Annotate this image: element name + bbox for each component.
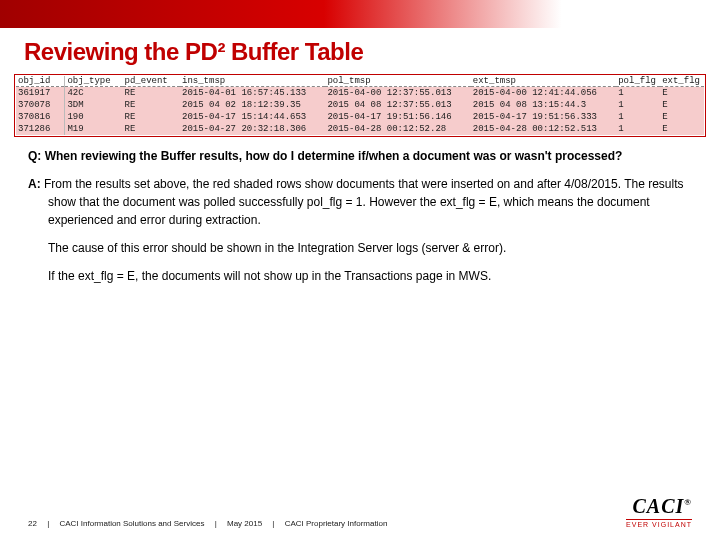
- sep-icon: |: [272, 519, 274, 528]
- cell-ext-flg: E: [660, 123, 704, 135]
- registered-icon: ®: [684, 497, 692, 507]
- q-text: When reviewing the Buffer results, how d…: [45, 149, 623, 163]
- cell-pol-flg: 1: [616, 87, 660, 100]
- cell-obj-id: 371286: [16, 123, 65, 135]
- footer-org: CACI Information Solutions and Services: [59, 519, 204, 528]
- cell-obj-id: 370078: [16, 99, 65, 111]
- footer-meta: 22 | CACI Information Solutions and Serv…: [28, 519, 387, 528]
- cell-obj-type: M19: [65, 123, 123, 135]
- sep-icon: |: [215, 519, 217, 528]
- cell-ext-tmsp: 2015 04 08 13:15:44.3: [471, 99, 616, 111]
- cell-pd-event: RE: [123, 87, 180, 100]
- company-logo: CACI® EVER VIGILANT: [626, 495, 692, 528]
- footer-proprietary: CACI Proprietary Information: [285, 519, 388, 528]
- footer: 22 | CACI Information Solutions and Serv…: [28, 495, 692, 528]
- col-ext-tmsp: ext_tmsp: [471, 76, 616, 87]
- col-pol-tmsp: pol_tmsp: [325, 76, 470, 87]
- page-title: Reviewing the PD² Buffer Table: [24, 38, 696, 66]
- col-obj-type: obj_type: [65, 76, 123, 87]
- cell-obj-id: 370816: [16, 111, 65, 123]
- cell-ext-tmsp: 2015-04-17 19:51:56.333: [471, 111, 616, 123]
- buffer-table-wrap: obj_id obj_type pd_event ins_tmsp pol_tm…: [14, 74, 706, 137]
- cell-pol-flg: 1: [616, 123, 660, 135]
- cell-pol-tmsp: 2015 04 08 12:37:55.013: [325, 99, 470, 111]
- question: Q: When reviewing the Buffer results, ho…: [28, 147, 692, 165]
- header-band: [0, 0, 720, 28]
- a-text-3: If the ext_flg = E, the documents will n…: [48, 267, 692, 285]
- answer: A: From the results set above, the red s…: [28, 175, 692, 285]
- qa-section: Q: When reviewing the Buffer results, ho…: [28, 147, 692, 285]
- cell-pol-tmsp: 2015-04-17 19:51:56.146: [325, 111, 470, 123]
- footer-date: May 2015: [227, 519, 262, 528]
- table-row: 370816 190 RE 2015-04-17 15:14:44.653 20…: [16, 111, 704, 123]
- col-obj-id: obj_id: [16, 76, 65, 87]
- a-text-1: From the results set above, the red shad…: [44, 177, 683, 227]
- col-pol-flg: pol_flg: [616, 76, 660, 87]
- buffer-table: obj_id obj_type pd_event ins_tmsp pol_tm…: [16, 76, 704, 135]
- table-row: 361917 42C RE 2015-04-01 16:57:45.133 20…: [16, 87, 704, 100]
- table-row: 370078 3DM RE 2015 04 02 18:12:39.35 201…: [16, 99, 704, 111]
- q-label: Q:: [28, 149, 41, 163]
- table-header-row: obj_id obj_type pd_event ins_tmsp pol_tm…: [16, 76, 704, 87]
- cell-ins-tmsp: 2015-04-27 20:32:18.306: [180, 123, 325, 135]
- cell-obj-type: 190: [65, 111, 123, 123]
- cell-obj-type: 42C: [65, 87, 123, 100]
- logo-tagline: EVER VIGILANT: [626, 519, 692, 528]
- col-ins-tmsp: ins_tmsp: [180, 76, 325, 87]
- cell-ext-flg: E: [660, 111, 704, 123]
- logo-brand: CACI®: [626, 495, 692, 518]
- cell-ins-tmsp: 2015-04-01 16:57:45.133: [180, 87, 325, 100]
- cell-pd-event: RE: [123, 99, 180, 111]
- cell-pd-event: RE: [123, 123, 180, 135]
- a-text-2: The cause of this error should be shown …: [48, 239, 692, 257]
- a-label: A:: [28, 177, 41, 191]
- col-ext-flg: ext_flg: [660, 76, 704, 87]
- cell-pol-tmsp: 2015-04-00 12:37:55.013: [325, 87, 470, 100]
- cell-pol-flg: 1: [616, 111, 660, 123]
- cell-obj-type: 3DM: [65, 99, 123, 111]
- cell-ext-flg: E: [660, 87, 704, 100]
- cell-ext-flg: E: [660, 99, 704, 111]
- cell-pol-flg: 1: [616, 99, 660, 111]
- cell-pd-event: RE: [123, 111, 180, 123]
- col-pd-event: pd_event: [123, 76, 180, 87]
- cell-ins-tmsp: 2015-04-17 15:14:44.653: [180, 111, 325, 123]
- cell-obj-id: 361917: [16, 87, 65, 100]
- cell-ext-tmsp: 2015-04-00 12:41:44.056: [471, 87, 616, 100]
- cell-ext-tmsp: 2015-04-28 00:12:52.513: [471, 123, 616, 135]
- slide: Reviewing the PD² Buffer Table obj_id ob…: [0, 0, 720, 540]
- table-row: 371286 M19 RE 2015-04-27 20:32:18.306 20…: [16, 123, 704, 135]
- cell-ins-tmsp: 2015 04 02 18:12:39.35: [180, 99, 325, 111]
- page-number: 22: [28, 519, 37, 528]
- cell-pol-tmsp: 2015-04-28 00:12:52.28: [325, 123, 470, 135]
- sep-icon: |: [47, 519, 49, 528]
- brand-text: CACI: [632, 495, 684, 517]
